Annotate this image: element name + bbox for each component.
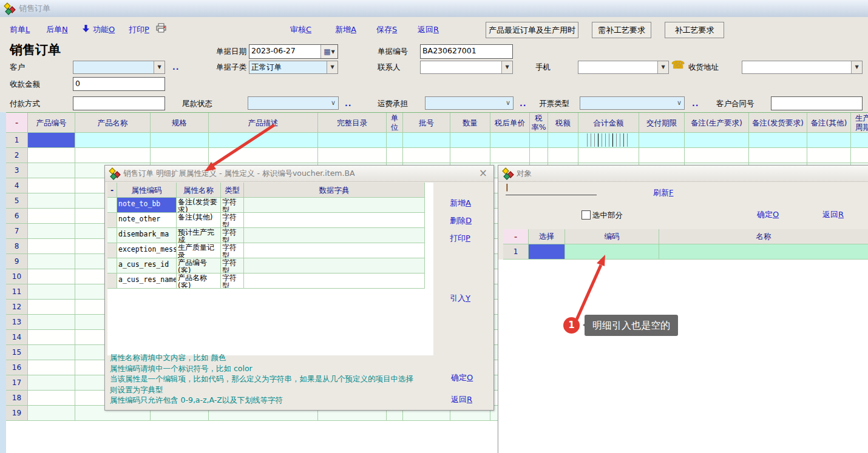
grid-cell[interactable] xyxy=(450,148,490,163)
grid-cell[interactable] xyxy=(403,133,450,148)
chevron-down-icon[interactable]: ▼ xyxy=(851,61,862,73)
grid-cell[interactable] xyxy=(28,254,75,269)
grid-cell[interactable] xyxy=(28,375,75,391)
chevron-down-icon[interactable]: ∨ xyxy=(328,97,338,109)
prev-voucher-button[interactable]: 前单L xyxy=(10,24,30,35)
chevron-down-icon[interactable]: ∨ xyxy=(674,97,684,109)
grid-cell[interactable] xyxy=(28,300,75,315)
chevron-down-icon[interactable]: ▼ xyxy=(154,61,164,73)
object-code-cell[interactable] xyxy=(565,244,659,260)
return-button[interactable]: 返回R xyxy=(418,24,439,35)
attr-type-cell[interactable]: 字符型 xyxy=(221,243,244,258)
grid-cell[interactable] xyxy=(318,133,387,148)
grid-cell[interactable] xyxy=(548,133,578,148)
attr-type-cell[interactable]: 字符型 xyxy=(221,213,244,228)
chevron-down-icon[interactable]: ▼ xyxy=(327,61,337,73)
attr-name-cell[interactable]: 预计生产完成 xyxy=(177,228,221,243)
object-name-cell[interactable] xyxy=(659,244,868,260)
grid-cell[interactable] xyxy=(209,133,318,148)
chevron-down-icon[interactable]: ∨ xyxy=(503,97,513,109)
grid-cell[interactable] xyxy=(28,163,75,178)
grid-cell[interactable] xyxy=(530,133,548,148)
grid-cell[interactable] xyxy=(28,284,75,300)
grid-cell[interactable] xyxy=(28,345,75,360)
phone-icon[interactable]: ☎ xyxy=(671,58,685,71)
mobile-combo[interactable]: ▼ xyxy=(578,61,669,74)
grid-cell[interactable] xyxy=(807,133,851,148)
attr-code-cell[interactable]: a_cus_res_name xyxy=(117,273,177,289)
grid-cell[interactable] xyxy=(28,224,75,239)
payment-method-field[interactable] xyxy=(73,96,165,110)
attr-name-cell[interactable]: 产品编号(客) xyxy=(177,258,221,273)
grid-cell[interactable] xyxy=(548,148,578,163)
grid-cell[interactable] xyxy=(151,148,209,163)
grid-cell[interactable] xyxy=(490,133,530,148)
contact-combo[interactable]: ▼ xyxy=(420,61,513,74)
grid-cell[interactable] xyxy=(490,148,530,163)
grid-cell[interactable] xyxy=(28,406,75,421)
grid-cell[interactable] xyxy=(685,148,749,163)
chevron-down-icon[interactable]: ▼ xyxy=(657,61,668,73)
balance-status-combo[interactable]: ∨ xyxy=(248,96,339,110)
recent-orders-button[interactable]: 产品最近订单及生产用时 xyxy=(486,22,578,38)
chevron-down-icon[interactable]: ▼ xyxy=(501,61,512,73)
new-button[interactable]: 新增A xyxy=(335,24,356,35)
next-voucher-button[interactable]: 后单N xyxy=(46,24,68,35)
voucher-no-field[interactable]: BA230627001 xyxy=(420,44,513,59)
grid-cell[interactable] xyxy=(28,315,75,330)
grid-cell[interactable] xyxy=(28,133,75,148)
grid-cell[interactable] xyxy=(450,133,490,148)
grid-cell[interactable] xyxy=(28,148,75,163)
close-icon[interactable]: × xyxy=(479,167,487,179)
balance-lookup-button[interactable]: .. xyxy=(345,99,352,108)
attr-dict-cell[interactable] xyxy=(244,243,425,258)
calendar-dropdown-button[interactable]: ▦▼ xyxy=(320,45,337,58)
audit-button[interactable]: 审核C xyxy=(290,24,311,35)
grid-cell[interactable] xyxy=(387,148,403,163)
object-ok-button[interactable]: 确定O xyxy=(757,209,779,220)
grid-cell[interactable] xyxy=(387,133,403,148)
date-field[interactable]: 2023-06-27 ▦▼ xyxy=(249,44,338,59)
functions-button[interactable]: 功能O xyxy=(93,24,115,35)
grid-cell[interactable] xyxy=(28,239,75,254)
contract-no-field[interactable] xyxy=(771,96,863,110)
subtype-combo[interactable]: 正常订单▼ xyxy=(249,61,338,74)
attr-import-button[interactable]: 引入Y xyxy=(450,293,470,304)
attr-add-button[interactable]: 新增A xyxy=(450,198,471,209)
attr-code-cell[interactable]: exception_message xyxy=(117,243,177,258)
attr-return-button[interactable]: 返回R xyxy=(451,394,472,405)
grid-cell[interactable] xyxy=(28,178,75,193)
attr-print-button[interactable]: 打印P xyxy=(450,233,470,244)
grid-cell[interactable] xyxy=(851,133,868,148)
grid-cell[interactable] xyxy=(749,133,807,148)
grid-cell[interactable] xyxy=(28,391,75,406)
attr-code-cell[interactable]: a_cus_res_id xyxy=(117,258,177,273)
grid-cell[interactable] xyxy=(28,330,75,345)
attr-name-cell[interactable]: 备注(其他) xyxy=(177,213,221,228)
attr-name-cell[interactable]: 备注(发货要求) xyxy=(177,198,221,213)
grid-cell[interactable] xyxy=(685,133,749,148)
attr-code-cell[interactable]: note_to_bb xyxy=(117,198,177,213)
refresh-button[interactable]: 刷新F xyxy=(653,187,673,198)
attr-name-cell[interactable]: 生产质量记录 xyxy=(177,243,221,258)
attr-dict-cell[interactable] xyxy=(244,198,425,213)
attr-dict-cell[interactable] xyxy=(244,258,425,273)
save-button[interactable]: 保存S xyxy=(376,24,397,35)
attr-dict-cell[interactable] xyxy=(244,273,425,289)
grid-cell[interactable] xyxy=(749,148,807,163)
grid-cell[interactable] xyxy=(28,269,75,284)
received-amount-field[interactable]: 0 xyxy=(73,77,165,91)
grid-cell[interactable] xyxy=(578,133,639,148)
grid-cell[interactable] xyxy=(28,209,75,224)
need-craft-requirement-button[interactable]: 需补工艺要求 xyxy=(592,22,651,38)
object-return-button[interactable]: 返回R xyxy=(822,209,844,220)
grid-cell[interactable] xyxy=(28,193,75,209)
address-combo[interactable]: ▼ xyxy=(742,61,863,74)
object-select-cell[interactable] xyxy=(529,244,565,260)
printer-icon[interactable] xyxy=(155,23,167,33)
grid-cell[interactable] xyxy=(318,148,387,163)
attr-name-cell[interactable]: 产品名称(客) xyxy=(177,273,221,289)
attr-type-cell[interactable]: 字符型 xyxy=(221,258,244,273)
attr-type-cell[interactable]: 字符型 xyxy=(221,198,244,213)
grid-cell[interactable] xyxy=(28,360,75,375)
